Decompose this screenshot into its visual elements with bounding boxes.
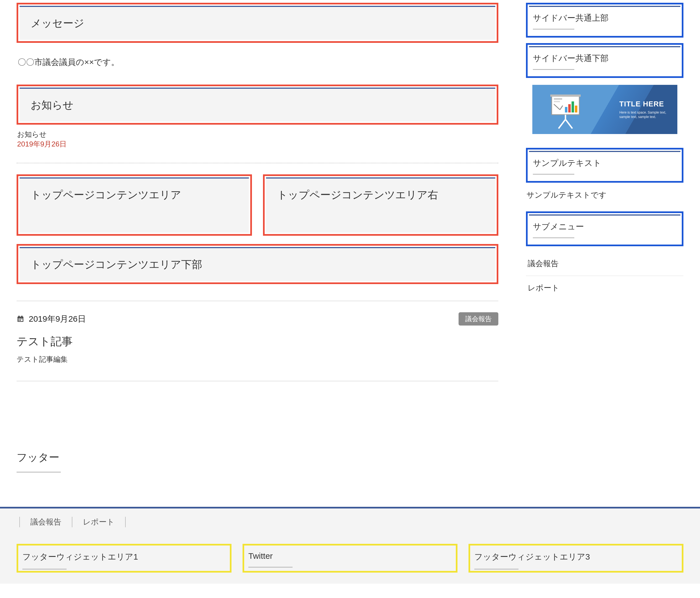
footer-widget-2-title: Twitter xyxy=(248,551,452,568)
sidebar-top-section: サイドバー共通上部 xyxy=(529,6,680,34)
sidebar-submenu-heading: サブメニュー xyxy=(533,221,676,243)
sidebar-sample-section: サンプルテキスト xyxy=(529,151,680,179)
sidebar-submenu-section: サブメニュー xyxy=(529,214,680,243)
svg-rect-21 xyxy=(550,95,581,97)
svg-rect-4 xyxy=(19,318,20,319)
top-right-outline: トップページコンテンツエリア右 xyxy=(263,174,498,236)
top-left-section: トップページコンテンツエリア xyxy=(20,177,249,233)
top-right-heading: トップページコンテンツエリア右 xyxy=(277,188,484,202)
top-right-section: トップページコンテンツエリア右 xyxy=(266,177,495,233)
submenu-item[interactable]: レポート xyxy=(526,276,683,300)
sidebar-bottom-outline: サイドバー共通下部 xyxy=(526,43,683,78)
post-meta: 2019年9月26日 議会報告 xyxy=(17,312,498,326)
top-left-outline: トップページコンテンツエリア xyxy=(17,174,252,236)
top-bottom-outline: トップページコンテンツエリア下部 xyxy=(17,244,498,284)
footer-nav-link[interactable]: 議会報告 xyxy=(19,517,72,527)
banner-title: TITLE HERE xyxy=(619,100,666,108)
footer-widget-1: フッターウィジェットエリア1 xyxy=(20,547,228,570)
submenu-item[interactable]: 議会報告 xyxy=(526,252,683,276)
svg-line-19 xyxy=(558,119,566,128)
message-section-outline: メッセージ xyxy=(17,3,498,43)
footer-widget-3: フッターウィジェットエリア3 xyxy=(472,547,680,570)
footer-widget-1-title: フッターウィジェットエリア1 xyxy=(22,551,226,570)
sidebar-sample-text: サンプルテキストです xyxy=(526,190,683,200)
sidebar-submenu-outline: サブメニュー xyxy=(526,211,683,246)
footer-heading: フッター xyxy=(17,450,683,479)
news-date[interactable]: 2019年9月26日 xyxy=(17,139,498,149)
svg-rect-12 xyxy=(565,107,568,113)
separator xyxy=(17,301,498,301)
main-column: メッセージ 〇〇市議会議員の××です。 お知らせ お知らせ 2019年9月26日… xyxy=(17,3,498,392)
top-bottom-heading: トップページコンテンツエリア下部 xyxy=(31,258,484,272)
footer-nav-link[interactable]: レポート xyxy=(72,517,126,527)
svg-rect-3 xyxy=(22,316,23,317)
news-section-outline: お知らせ xyxy=(17,85,498,125)
sidebar-bottom-heading: サイドバー共通下部 xyxy=(533,53,676,74)
post-title[interactable]: テスト記事 xyxy=(17,334,498,349)
message-heading: メッセージ xyxy=(31,16,484,30)
footer-widget-3-outline: フッターウィジェットエリア3 xyxy=(469,544,683,573)
sidebar-top-heading: サイドバー共通上部 xyxy=(533,13,676,34)
banner-text: TITLE HERE Here is text space. Sample te… xyxy=(619,100,666,119)
submenu-list: 議会報告 レポート xyxy=(526,252,683,300)
sidebar-sample-heading: サンプルテキスト xyxy=(533,158,676,179)
banner-subtitle-1: Here is text space. Sample text, xyxy=(619,111,666,115)
svg-rect-5 xyxy=(20,318,21,319)
sidebar: サイドバー共通上部 サイドバー共通下部 xyxy=(526,3,683,392)
top-bottom-section: トップページコンテンツエリア下部 xyxy=(20,247,495,281)
post-date-row: 2019年9月26日 xyxy=(17,313,86,325)
message-section: メッセージ xyxy=(20,6,495,40)
sidebar-sample-outline: サンプルテキスト xyxy=(526,148,683,183)
sidebar-banner[interactable]: TITLE HERE Here is text space. Sample te… xyxy=(532,85,677,134)
footer-band: 議会報告 レポート フッターウィジェットエリア1 Twitter フッターウィジ… xyxy=(0,507,700,583)
footer-widget-2: Twitter xyxy=(246,547,454,568)
dotted-separator xyxy=(17,163,498,163)
svg-rect-6 xyxy=(22,318,23,319)
banner-subtitle-2: sample text, sample text. xyxy=(619,115,666,119)
sidebar-bottom-section: サイドバー共通下部 xyxy=(529,46,680,74)
svg-line-20 xyxy=(566,119,572,128)
post-date: 2019年9月26日 xyxy=(29,313,86,325)
svg-rect-14 xyxy=(572,101,574,113)
news-heading: お知らせ xyxy=(31,98,484,112)
svg-rect-2 xyxy=(19,316,20,317)
calendar-icon xyxy=(17,315,24,323)
footer-widget-2-outline: Twitter xyxy=(243,544,457,573)
footer-nav: 議会報告 レポート xyxy=(19,517,683,527)
sidebar-top-outline: サイドバー共通上部 xyxy=(526,3,683,38)
footer-widget-1-outline: フッターウィジェットエリア1 xyxy=(17,544,231,573)
top-left-heading: トップページコンテンツエリア xyxy=(31,188,238,202)
svg-rect-15 xyxy=(575,105,577,113)
separator-2 xyxy=(17,381,498,381)
news-section: お知らせ xyxy=(20,88,495,122)
presentation-board-icon xyxy=(546,93,585,131)
svg-rect-8 xyxy=(20,320,21,321)
intro-text: 〇〇市議会議員の××です。 xyxy=(18,57,498,68)
svg-rect-11 xyxy=(554,101,560,102)
svg-rect-10 xyxy=(554,98,562,100)
news-label: お知らせ xyxy=(17,129,498,139)
svg-rect-7 xyxy=(19,320,20,321)
svg-rect-13 xyxy=(568,104,571,113)
post-category-tag[interactable]: 議会報告 xyxy=(458,312,498,326)
post-excerpt: テスト記事編集 xyxy=(17,355,498,364)
footer-widget-3-title: フッターウィジェットエリア3 xyxy=(474,551,678,570)
